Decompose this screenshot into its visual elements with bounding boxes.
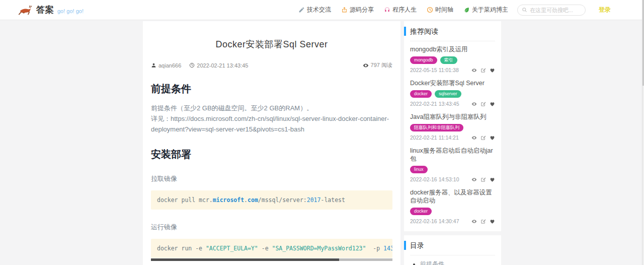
heart-icon[interactable] (490, 101, 495, 107)
run-image-label: 运行镜像 (151, 223, 392, 232)
pencil-icon (298, 7, 305, 13)
recommended-post: mongodb索引及运用 mongodb索引 2022-05-15 11:01:… (410, 41, 495, 75)
share-icon (341, 7, 348, 13)
heart-icon[interactable] (490, 68, 495, 73)
post-tag[interactable]: sqlserver (435, 90, 461, 98)
search-input[interactable] (530, 7, 581, 13)
nav-item-0[interactable]: 技术交流 (298, 6, 331, 14)
post-tag[interactable]: mongodb (410, 56, 437, 64)
post-date: 2022-05-15 11:01:38 (410, 67, 459, 73)
recommended-card: 推荐阅读 mongodb索引及运用 mongodb索引 2022-05-15 1… (404, 21, 501, 231)
views-icon[interactable] (471, 219, 477, 224)
recommended-post: docker服务器、以及容器设置自动启动 docker 2022-02-16 1… (410, 184, 495, 226)
recommended-post: linux服务器启动后自动启动jar包 linux 2022-02-16 14:… (410, 143, 495, 184)
post-date: 2022-02-16 14:53:10 (410, 176, 459, 182)
post-title[interactable]: Java阻塞队列与非阻塞队列 (410, 113, 495, 121)
edit-icon[interactable] (480, 68, 486, 73)
scrollbar-thumb[interactable] (151, 258, 339, 261)
nav-item-2[interactable]: 程序人生 (384, 6, 417, 14)
read-count: 797 阅读 (363, 61, 392, 69)
post-tag[interactable]: docker (410, 90, 432, 98)
clock-icon (427, 7, 433, 13)
post-actions (471, 101, 495, 107)
eye-icon (363, 62, 369, 69)
edit-icon[interactable] (480, 219, 486, 224)
article-card: Docker安装部署Sql Server aqian666 2022-02-21… (143, 21, 400, 265)
headset-icon (384, 7, 390, 13)
article-title: Docker安装部署Sql Server (151, 38, 392, 50)
post-tags: dockersqlserver (410, 90, 495, 98)
pull-image-label: 拉取镜像 (151, 174, 392, 183)
post-meta: 2022-05-15 11:01:38 (410, 67, 495, 73)
post-actions (471, 177, 495, 182)
post-actions (471, 135, 495, 141)
recommended-post: Docker安装部署Sql Server dockersqlserver 202… (410, 75, 495, 109)
post-title[interactable]: docker服务器、以及容器设置自动启动 (410, 188, 495, 205)
site-title: 答案 (36, 4, 54, 16)
edit-icon[interactable] (480, 135, 486, 141)
section-heading-prereq: 前提条件 (151, 82, 392, 96)
author-name: aqian666 (158, 62, 181, 69)
login-button[interactable]: 登录 (599, 6, 611, 14)
views-icon[interactable] (471, 101, 477, 107)
post-tag[interactable]: docker (410, 208, 432, 215)
post-date: 2022-02-16 14:30:47 (410, 218, 459, 224)
toc-item-0[interactable]: 前提条件 (420, 260, 495, 265)
toc-card: 目录 前提条件安装部署 (404, 235, 501, 265)
section-heading-install: 安装部署 (151, 148, 392, 161)
heart-icon[interactable] (490, 219, 495, 224)
clock-icon (189, 62, 195, 68)
post-tag[interactable]: 阻塞队列和非阻塞队列 (410, 124, 463, 131)
heart-icon[interactable] (490, 177, 495, 182)
site-logo[interactable]: 答案 go! go! go! (17, 4, 84, 17)
post-tags: 阻塞队列和非阻塞队列 (410, 124, 495, 131)
person-icon (151, 62, 156, 68)
accent-bar (404, 241, 406, 250)
main-nav: 技术交流 源码分享 程序人生 时间轴 关于菜鸡博主 (298, 6, 508, 14)
prereq-link-text: 详见：https://docs.microsoft.com/zh-cn/sql/… (151, 115, 389, 133)
post-date: 2022-02-21 11:14:21 (410, 135, 459, 141)
read-count-text: 797 阅读 (371, 61, 392, 69)
post-title[interactable]: Docker安装部署Sql Server (410, 79, 495, 87)
post-date: 2022-02-21 13:43:45 (410, 101, 459, 107)
publish-date: 2022-02-21 13:43:45 (197, 62, 248, 69)
views-icon[interactable] (471, 68, 477, 73)
deer-logo-icon (17, 4, 32, 17)
post-actions (471, 68, 495, 73)
code-horizontal-scrollbar[interactable] (151, 258, 392, 261)
nav-item-3[interactable]: 时间轴 (427, 6, 453, 14)
recommended-list: mongodb索引及运用 mongodb索引 2022-05-15 11:01:… (410, 41, 495, 226)
edit-icon[interactable] (480, 177, 486, 182)
post-meta: 2022-02-21 11:14:21 (410, 135, 495, 141)
post-actions (471, 219, 495, 224)
views-icon[interactable] (471, 135, 477, 141)
top-navbar: 答案 go! go! go! 技术交流 源码分享 程序人生 时间轴 关于菜鸡博主… (0, 0, 644, 20)
recommended-title: 推荐阅读 (410, 26, 495, 41)
views-icon[interactable] (471, 177, 477, 182)
heart-icon[interactable] (490, 135, 495, 141)
prereq-line1: 前提条件（至少2 GB的磁盘空间。至少2 GB的RAM）。 (151, 104, 313, 112)
post-tag[interactable]: 索引 (440, 56, 457, 64)
edit-icon[interactable] (480, 101, 486, 107)
prereq-paragraph: 前提条件（至少2 GB的磁盘空间。至少2 GB的RAM）。 详见：https:/… (151, 103, 392, 135)
post-tags: mongodb索引 (410, 56, 495, 64)
accent-bar (404, 27, 406, 36)
post-title[interactable]: linux服务器启动后自动启动jar包 (410, 147, 495, 163)
post-title[interactable]: mongodb索引及运用 (410, 45, 495, 53)
content-area: Docker安装部署Sql Server aqian666 2022-02-21… (143, 21, 501, 265)
recommended-post: Java阻塞队列与非阻塞队列 阻塞队列和非阻塞队列 2022-02-21 11:… (410, 109, 495, 143)
post-tag[interactable]: linux (410, 166, 428, 173)
code-block-run: docker run -e "ACCEPT_EULA=Y" -e "SA_PAS… (151, 239, 392, 258)
search-box[interactable] (517, 5, 586, 16)
page-scrollbar[interactable] (642, 0, 644, 265)
leaf-icon (463, 7, 470, 13)
site-slogan: go! go! go! (57, 8, 84, 14)
post-tags: docker (410, 208, 495, 215)
post-tags: linux (410, 166, 495, 173)
date-meta: 2022-02-21 13:43:45 (189, 62, 248, 69)
post-meta: 2022-02-21 13:43:45 (410, 101, 495, 107)
toc-list: 前提条件安装部署 (410, 260, 495, 265)
nav-item-4[interactable]: 关于菜鸡博主 (463, 6, 508, 14)
nav-item-1[interactable]: 源码分享 (341, 6, 374, 14)
toc-title: 目录 (410, 240, 495, 255)
